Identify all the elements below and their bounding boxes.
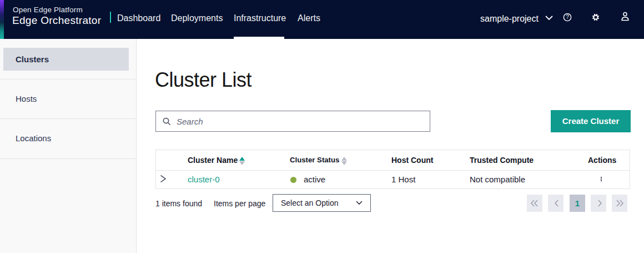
- svg-text:?: ?: [566, 14, 569, 20]
